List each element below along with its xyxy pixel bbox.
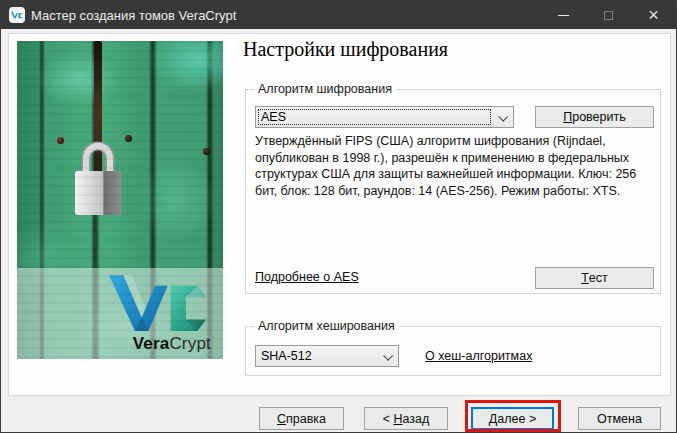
chevron-down-icon bbox=[498, 112, 508, 122]
cancel-button[interactable]: Отмена bbox=[578, 407, 661, 430]
help-button[interactable]: Справка bbox=[259, 407, 344, 430]
minimize-icon bbox=[558, 15, 569, 16]
caption-buttons: × bbox=[541, 1, 676, 29]
next-button[interactable]: Далее > bbox=[471, 407, 554, 430]
benchmark-button[interactable]: Проверить bbox=[535, 106, 654, 128]
algorithm-description: Утверждённый FIPS (США) алгоритм шифрова… bbox=[255, 133, 659, 199]
back-button[interactable]: < Назад bbox=[364, 407, 448, 430]
hash-group-label: Алгоритм хеширования bbox=[254, 319, 399, 333]
chevron-down-icon bbox=[383, 351, 393, 361]
more-about-aes-link[interactable]: Подробнее о AES bbox=[255, 270, 359, 284]
close-button[interactable]: × bbox=[631, 1, 676, 29]
nail-icon bbox=[125, 135, 132, 142]
logo-text-vera: Vera bbox=[133, 334, 170, 353]
logo-text-crypt: Crypt bbox=[169, 334, 211, 353]
veracrypt-wizard-window: Мастер создания томов VeraCrypt × bbox=[0, 0, 677, 433]
close-icon: × bbox=[648, 6, 659, 24]
hasp-bar bbox=[94, 41, 102, 201]
test-button[interactable]: Тест bbox=[535, 267, 654, 289]
encryption-algorithm-value: AES bbox=[261, 110, 286, 124]
logo-wordmark: VeraCrypt bbox=[133, 334, 211, 354]
maximize-button bbox=[586, 1, 631, 29]
encryption-group-label: Алгоритм шифрования bbox=[254, 82, 396, 96]
focus-rect bbox=[258, 109, 491, 125]
nail-icon bbox=[203, 148, 210, 155]
logo-band: VeraCrypt bbox=[17, 268, 223, 359]
hash-algorithm-group: Алгоритм хеширования SHA-512 О хеш-алгор… bbox=[245, 326, 661, 376]
page-title: Настройки шифрования bbox=[243, 38, 448, 61]
encryption-algorithm-group: Алгоритм шифрования AES Проверить Утверж… bbox=[245, 89, 661, 294]
window-title: Мастер создания томов VeraCrypt bbox=[31, 8, 236, 23]
encryption-algorithm-select[interactable]: AES bbox=[255, 106, 514, 128]
hash-info-link[interactable]: О хеш-алгоритмах bbox=[425, 349, 532, 363]
hash-algorithm-select[interactable]: SHA-512 bbox=[255, 345, 399, 367]
padlock-icon bbox=[73, 133, 123, 219]
titlebar[interactable]: Мастер создания томов VeraCrypt × bbox=[1, 1, 676, 29]
veracrypt-door-image: VeraCrypt bbox=[17, 41, 223, 359]
veracrypt-logo-icon bbox=[109, 273, 209, 335]
nail-icon bbox=[57, 137, 64, 144]
hash-algorithm-value: SHA-512 bbox=[261, 349, 312, 363]
veracrypt-app-icon bbox=[9, 7, 25, 23]
wizard-content-panel: VeraCrypt Настройки шифрования Алгоритм … bbox=[8, 33, 671, 396]
minimize-button[interactable] bbox=[541, 1, 586, 29]
maximize-icon bbox=[604, 11, 613, 20]
